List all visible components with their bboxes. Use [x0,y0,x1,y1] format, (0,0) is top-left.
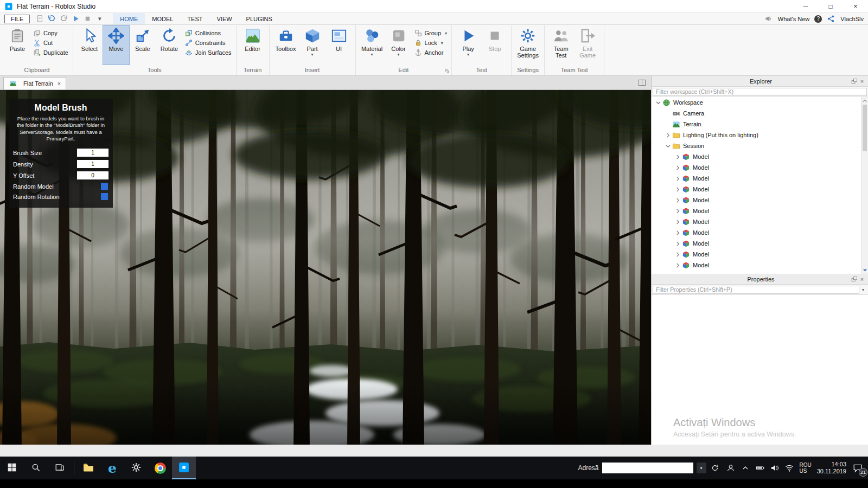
whats-new-link[interactable]: What's New [778,16,809,22]
taskbar-app-roblox-studio[interactable] [172,457,196,479]
tree-chevron-icon[interactable] [674,252,681,257]
ribbon-button-copy[interactable]: Copy [33,29,68,37]
explorer-node-model[interactable]: Model [652,195,861,206]
volume-icon[interactable] [770,463,780,473]
properties-filter-input[interactable] [653,286,859,294]
minimize-button[interactable]: ─ [793,0,818,12]
task-view-button[interactable] [48,457,72,479]
brush-input-y-offset[interactable] [77,171,108,179]
close-panel-icon[interactable]: × [858,78,866,85]
menu-tab-home[interactable]: HOME [113,13,145,24]
scrollbar-thumb[interactable] [863,105,867,151]
chevron-down-icon[interactable]: ▾ [441,41,443,46]
viewport-3d[interactable]: Model Brush Place the models you want to… [0,90,651,445]
explorer-node-model[interactable]: Model [652,216,861,227]
explorer-node-model[interactable]: Model [652,184,861,195]
float-panel-icon[interactable] [851,78,858,85]
tree-chevron-icon[interactable] [674,176,681,181]
ribbon-button-constraints[interactable]: Constraints [185,39,232,47]
tree-chevron-icon[interactable] [674,209,681,214]
undo-icon[interactable] [47,14,56,23]
tree-chevron-icon[interactable] [665,133,672,138]
ribbon-button-toolbox[interactable]: Toolbox [273,25,299,65]
menu-tab-view[interactable]: VIEW [209,13,239,24]
share-icon[interactable] [827,15,835,23]
ribbon-button-select[interactable]: Select [76,25,103,65]
dialog-launcher-icon[interactable] [445,68,450,73]
ribbon-button-join-surfaces[interactable]: Join Surfaces [185,49,232,56]
ribbon-button-stop[interactable]: Stop [482,25,508,65]
close-button[interactable]: × [843,0,868,12]
ribbon-button-part[interactable]: Part▾ [299,25,326,65]
ribbon-button-rotate[interactable]: Rotate [156,25,182,65]
ribbon-button-ui[interactable]: UI [326,25,352,65]
taskbar-app-chrome[interactable] [148,457,172,479]
clock[interactable]: 14:03 30.11.2019 [817,461,846,475]
chevron-down-icon[interactable]: ▾ [398,53,400,57]
brush-input-density[interactable] [77,160,108,168]
chevron-down-icon[interactable]: ▾ [445,31,447,36]
toolbar-options-icon[interactable]: ▾ [95,14,104,23]
chevron-up-icon[interactable] [741,463,750,473]
start-button[interactable] [0,457,24,479]
explorer-node-lighting-put-this-on-lighting[interactable]: Lighting (Put this on lighting) [652,130,861,140]
explorer-node-model[interactable]: Model [652,173,861,184]
file-menu-button[interactable]: FILE [4,15,30,23]
explorer-node-workspace[interactable]: Workspace [652,97,861,108]
taskbar-app-edge[interactable]: e [100,457,124,479]
tree-chevron-icon[interactable] [674,198,681,203]
ribbon-button-play[interactable]: Play▾ [455,25,481,65]
ribbon-button-paste[interactable]: Paste [4,25,30,65]
battery-icon[interactable] [755,463,765,473]
explorer-node-terrain[interactable]: Terrain [652,119,861,130]
tab-close-icon[interactable]: × [58,80,61,87]
tree-chevron-icon[interactable] [674,155,681,159]
ribbon-button-color[interactable]: Color▾ [386,25,412,65]
menu-tab-plugins[interactable]: PLUGINS [239,13,279,24]
explorer-filter-input[interactable] [653,88,867,96]
taskbar-app-file-explorer[interactable] [76,457,100,479]
tree-chevron-icon[interactable] [674,230,681,235]
announce-icon[interactable] [764,15,773,23]
action-center-button[interactable]: 21 [852,462,864,474]
scroll-up-icon[interactable] [861,97,868,104]
tree-chevron-icon[interactable] [674,241,681,246]
float-panel-icon[interactable] [851,275,858,283]
menu-tab-test[interactable]: TEST [180,13,209,24]
menu-tab-model[interactable]: MODEL [145,13,180,24]
ribbon-button-collisions[interactable]: Collisions [185,29,232,37]
refresh-icon[interactable] [710,463,720,473]
ribbon-button-group[interactable]: Group▾ [414,29,448,37]
stop-small-icon[interactable] [83,14,92,23]
ribbon-button-lock[interactable]: Lock▾ [414,39,448,47]
close-panel-icon[interactable]: × [858,275,866,283]
explorer-node-model[interactable]: Model [652,238,861,249]
ribbon-button-team-test[interactable]: Team Test [548,25,574,65]
split-view-icon[interactable] [638,79,647,87]
explorer-node-session[interactable]: Session [652,140,861,151]
address-dropdown-icon[interactable]: ▾ [697,463,706,473]
ribbon-button-exit-game[interactable]: Exit Game [575,25,601,65]
scroll-down-icon[interactable] [861,267,868,274]
brush-checkbox-random-rotation[interactable] [101,193,108,200]
explorer-node-model[interactable]: Model [652,227,861,238]
ribbon-button-cut[interactable]: Cut [33,39,68,47]
search-button[interactable] [24,457,48,479]
tree-chevron-icon[interactable] [674,263,681,268]
tree-chevron-icon[interactable] [674,187,681,192]
ribbon-button-scale[interactable]: Scale [130,25,156,65]
maximize-button[interactable]: □ [818,0,843,12]
tree-chevron-icon[interactable] [674,165,681,170]
ribbon-button-move[interactable]: Move [103,25,129,65]
username[interactable]: VlachSlv [840,16,864,22]
play-solo-icon[interactable] [71,14,80,23]
ribbon-button-editor[interactable]: Editor [240,25,266,65]
network-icon[interactable] [784,463,794,473]
explorer-node-model[interactable]: Model [652,260,861,271]
address-input[interactable] [602,463,693,473]
document-tab[interactable]: Flat Terrain × [3,77,66,89]
taskbar-app-settings[interactable] [124,457,148,479]
brush-input-brush-size[interactable] [77,149,108,157]
chevron-down-icon[interactable]: ▾ [859,287,867,292]
tree-chevron-icon[interactable] [665,144,672,149]
